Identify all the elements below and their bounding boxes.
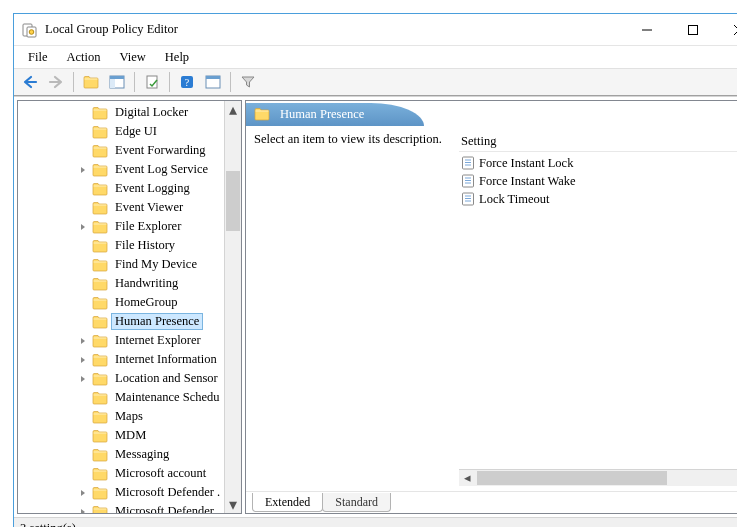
settings-horizontal-scrollbar[interactable]: ◂ ▸: [459, 469, 737, 486]
tree-item[interactable]: Internet Information: [20, 350, 224, 369]
tree-item[interactable]: Event Viewer: [20, 198, 224, 217]
show-hide-tree-button[interactable]: [105, 71, 129, 93]
folder-icon: [92, 486, 108, 500]
folder-icon: [254, 107, 270, 121]
tree-item-label: MDM: [112, 428, 149, 443]
tree-view[interactable]: Digital LockerEdge UIEvent ForwardingEve…: [18, 101, 224, 513]
folder-icon: [92, 201, 108, 215]
tree-item[interactable]: Digital Locker: [20, 103, 224, 122]
menu-view[interactable]: View: [111, 48, 153, 67]
folder-icon: [92, 467, 108, 481]
view-tabs: Extended Standard: [246, 491, 737, 513]
folder-icon: [92, 315, 108, 329]
close-button[interactable]: [716, 14, 737, 45]
tree-item-label: HomeGroup: [112, 295, 181, 310]
content-area: Digital LockerEdge UIEvent ForwardingEve…: [14, 96, 737, 517]
folder-icon: [92, 220, 108, 234]
tree-item-label: Internet Information: [112, 352, 220, 367]
tree-item-label: Event Logging: [112, 181, 193, 196]
tree-item[interactable]: Microsoft Defender .: [20, 502, 224, 513]
expander-icon[interactable]: [78, 165, 88, 175]
help-button[interactable]: ?: [175, 71, 199, 93]
settings-list[interactable]: Force Instant LockForce Instant WakeLock…: [459, 152, 737, 208]
folder-icon: [92, 277, 108, 291]
folder-icon: [92, 239, 108, 253]
export-button[interactable]: [140, 71, 164, 93]
tree-item-label: Edge UI: [112, 124, 160, 139]
tree-item[interactable]: Handwriting: [20, 274, 224, 293]
tree-item[interactable]: Maps: [20, 407, 224, 426]
tree-item-label: Microsoft Defender .: [112, 485, 223, 500]
folder-icon: [92, 182, 108, 196]
expander-icon[interactable]: [78, 222, 88, 232]
tree-item[interactable]: Microsoft Defender .: [20, 483, 224, 502]
scroll-left-arrow-icon[interactable]: ◂: [459, 470, 476, 486]
tree-item-label: Event Forwarding: [112, 143, 209, 158]
setting-label: Force Instant Wake: [479, 174, 576, 189]
menu-help[interactable]: Help: [157, 48, 197, 67]
menu-action[interactable]: Action: [58, 48, 108, 67]
scroll-thumb[interactable]: [477, 471, 667, 485]
tree-item[interactable]: Event Logging: [20, 179, 224, 198]
minimize-button[interactable]: [624, 14, 670, 45]
expander-icon[interactable]: [78, 374, 88, 384]
tab-standard[interactable]: Standard: [322, 493, 391, 512]
tree-item-label: Human Presence: [111, 313, 203, 330]
tree-item[interactable]: File History: [20, 236, 224, 255]
back-button[interactable]: [18, 71, 42, 93]
folder-icon: [92, 163, 108, 177]
expander-icon[interactable]: [78, 336, 88, 346]
folder-icon: [92, 429, 108, 443]
tree-item-label: Maintenance Schedu: [112, 390, 222, 405]
tree-item[interactable]: File Explorer: [20, 217, 224, 236]
scroll-down-arrow-icon[interactable]: ▾: [225, 496, 241, 513]
tab-extended[interactable]: Extended: [252, 493, 323, 512]
status-bar: 3 setting(s): [14, 517, 737, 527]
tree-item[interactable]: Event Log Service: [20, 160, 224, 179]
tree-item[interactable]: MDM: [20, 426, 224, 445]
toolbar: ?: [14, 68, 737, 96]
svg-rect-18: [206, 76, 220, 79]
tree-item[interactable]: Microsoft account: [20, 464, 224, 483]
properties-button[interactable]: [201, 71, 225, 93]
tree-item[interactable]: HomeGroup: [20, 293, 224, 312]
tree-item[interactable]: Find My Device: [20, 255, 224, 274]
expander-icon[interactable]: [78, 488, 88, 498]
filter-button[interactable]: [236, 71, 260, 93]
tree-item[interactable]: Location and Sensor: [20, 369, 224, 388]
scroll-up-arrow-icon[interactable]: ▴: [225, 101, 241, 118]
folder-icon: [92, 391, 108, 405]
expander-icon[interactable]: [78, 355, 88, 365]
forward-button[interactable]: [44, 71, 68, 93]
up-button[interactable]: [79, 71, 103, 93]
tree-vertical-scrollbar[interactable]: ▴ ▾: [224, 101, 241, 513]
expander-icon[interactable]: [78, 507, 88, 514]
tree-item-label: Maps: [112, 409, 146, 424]
settings-column-header[interactable]: Setting: [459, 132, 737, 152]
scroll-thumb[interactable]: [226, 171, 240, 231]
svg-text:?: ?: [185, 77, 190, 88]
tree-pane: Digital LockerEdge UIEvent ForwardingEve…: [17, 100, 242, 514]
scroll-right-arrow-icon[interactable]: ▸: [733, 470, 737, 486]
tree-item-label: Microsoft account: [112, 466, 209, 481]
tree-item-label: Microsoft Defender .: [112, 504, 223, 513]
tree-item-label: Messaging: [112, 447, 172, 462]
maximize-button[interactable]: [670, 14, 716, 45]
policy-icon: [461, 156, 475, 170]
setting-item[interactable]: Force Instant Lock: [459, 154, 737, 172]
tree-item-label: Find My Device: [112, 257, 200, 272]
tree-item[interactable]: Event Forwarding: [20, 141, 224, 160]
folder-icon: [92, 125, 108, 139]
setting-item[interactable]: Lock Timeout: [459, 190, 737, 208]
menu-file[interactable]: File: [20, 48, 55, 67]
tree-item[interactable]: Messaging: [20, 445, 224, 464]
folder-icon: [92, 334, 108, 348]
setting-item[interactable]: Force Instant Wake: [459, 172, 737, 190]
tree-item-label: Location and Sensor: [112, 371, 221, 386]
tree-item[interactable]: Edge UI: [20, 122, 224, 141]
title-bar[interactable]: Local Group Policy Editor: [14, 14, 737, 46]
tree-item[interactable]: Internet Explorer: [20, 331, 224, 350]
tree-item[interactable]: Maintenance Schedu: [20, 388, 224, 407]
tree-item[interactable]: Human Presence: [20, 312, 224, 331]
tree-item-label: File Explorer: [112, 219, 184, 234]
